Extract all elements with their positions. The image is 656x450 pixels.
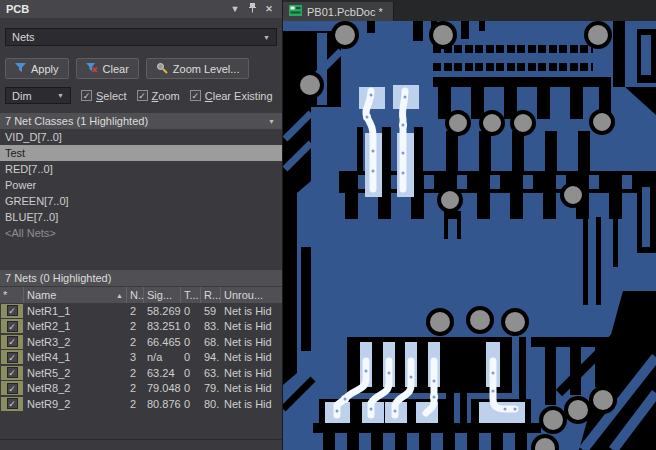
net-t: 0	[181, 336, 201, 348]
net-class-item[interactable]: RED[7..0]	[0, 161, 282, 177]
row-checkbox-cell[interactable]: ✓	[1, 335, 23, 349]
column-header-r[interactable]: R...	[201, 287, 221, 303]
close-icon[interactable]: ✕	[262, 4, 276, 14]
nets-table-header: * Name ▲ N.. Sig... T... R... Unrou...	[0, 287, 282, 303]
row-checkbox-cell[interactable]: ✓	[1, 366, 23, 380]
net-t: 0	[181, 382, 201, 394]
net-class-item[interactable]: Power	[0, 177, 282, 193]
checkbox-check-icon: ✓	[7, 367, 18, 378]
action-buttons: Apply Clear Zoom Level...	[5, 58, 282, 79]
net-class-item[interactable]: VID_D[7..0]	[0, 129, 282, 145]
select-checkbox[interactable]: ✓ Select	[81, 90, 127, 102]
panel-dropdown-icon[interactable]: ▼	[228, 4, 242, 14]
row-checkbox-cell[interactable]: ✓	[1, 350, 23, 364]
row-checkbox-cell[interactable]: ✓	[1, 381, 23, 395]
checkbox-check-icon: ✓	[7, 383, 18, 394]
nets-header-label: 7 Nets (0 Highlighted)	[5, 272, 111, 284]
name-column-label: Name	[27, 289, 56, 301]
chevron-down-icon: ▼	[263, 34, 270, 41]
row-checkbox-cell[interactable]: ✓	[1, 304, 23, 318]
panel-mode-select[interactable]: Nets ▼	[5, 28, 277, 46]
net-classes-header[interactable]: 7 Net Classes (1 Highlighted) ▼	[0, 113, 282, 129]
net-name: NetR4_1	[24, 351, 127, 363]
net-signal: n/a	[144, 351, 181, 363]
pcb-canvas[interactable]	[283, 21, 656, 450]
net-name: NetR5_2	[24, 367, 127, 379]
column-header-name[interactable]: Name ▲	[24, 287, 127, 303]
select-checkbox-label: Select	[96, 90, 127, 102]
table-row[interactable]: ✓ NetR8_2 2 79.048 0 79. Net is Hid	[0, 381, 282, 397]
sort-ascending-icon: ▲	[116, 292, 123, 299]
editor-area: PB01.PcbDoc *	[283, 0, 656, 450]
net-name: NetR2_1	[24, 320, 127, 332]
row-checkbox-cell[interactable]: ✓	[1, 397, 23, 411]
column-header-t[interactable]: T...	[181, 287, 201, 303]
net-class-item[interactable]: BLUE[7..0]	[0, 209, 282, 225]
checkbox-check-icon: ✓	[7, 305, 18, 316]
table-row[interactable]: ✓ NetR1_1 2 58.269 0 59 Net is Hid	[0, 303, 282, 319]
net-r: 63.	[201, 367, 221, 379]
column-header-star[interactable]: *	[0, 287, 24, 303]
pcb-panel: PCB ▼ ✕ Nets ▼ Apply Clear	[0, 0, 283, 450]
net-class-item-selected[interactable]: Test	[0, 145, 282, 161]
column-header-unrouted[interactable]: Unrou...	[221, 287, 282, 303]
net-r: 80.	[201, 398, 221, 410]
checkbox-check-icon: ✓	[190, 90, 201, 101]
net-nodes: 2	[127, 367, 144, 379]
net-unrouted: Net is Hid	[221, 351, 282, 363]
tab-pb01-pcbdoc[interactable]: PB01.PcbDoc *	[283, 2, 394, 21]
nets-table-body: ✓ NetR1_1 2 58.269 0 59 Net is Hid ✓ Net…	[0, 303, 282, 412]
apply-button[interactable]: Apply	[5, 58, 69, 79]
zoom-level-button[interactable]: Zoom Level...	[146, 58, 250, 79]
checkbox-check-icon: ✓	[81, 90, 92, 101]
net-signal: 66.465	[144, 336, 181, 348]
net-signal: 79.048	[144, 382, 181, 394]
net-unrouted: Net is Hid	[221, 367, 282, 379]
net-signal: 80.876	[144, 398, 181, 410]
clear-funnel-icon	[86, 63, 98, 75]
net-t: 0	[181, 351, 201, 363]
net-name: NetR8_2	[24, 382, 127, 394]
net-class-item[interactable]: GREEN[7..0]	[0, 193, 282, 209]
table-row[interactable]: ✓ NetR9_2 2 80.876 0 80. Net is Hid	[0, 396, 282, 412]
clear-button[interactable]: Clear	[76, 58, 139, 79]
net-name: NetR9_2	[24, 398, 127, 410]
chevron-down-icon: ▼	[57, 92, 64, 99]
table-row[interactable]: ✓ NetR2_1 2 83.251 0 83. Net is Hid	[0, 319, 282, 335]
net-class-item-all-nets[interactable]: <All Nets>	[0, 225, 282, 241]
checkbox-check-icon: ✓	[7, 352, 18, 363]
net-name: NetR1_1	[24, 305, 127, 317]
net-unrouted: Net is Hid	[221, 305, 282, 317]
pin-icon[interactable]	[245, 3, 259, 15]
zoom-checkbox[interactable]: ✓ Zoom	[137, 90, 180, 102]
dim-select[interactable]: Dim ▼	[5, 87, 71, 104]
table-empty-space	[0, 412, 282, 440]
row-checkbox-cell[interactable]: ✓	[1, 319, 23, 333]
checkbox-check-icon: ✓	[137, 90, 148, 101]
net-r: 59	[201, 305, 221, 317]
checkbox-check-icon: ✓	[7, 321, 18, 332]
magnifier-icon	[156, 62, 168, 76]
net-t: 0	[181, 305, 201, 317]
zoom-level-label: Zoom Level...	[173, 63, 240, 75]
net-classes-header-label: 7 Net Classes (1 Highlighted)	[5, 115, 148, 127]
apply-funnel-icon	[15, 63, 26, 75]
net-nodes: 2	[127, 336, 144, 348]
table-row[interactable]: ✓ NetR3_2 2 66.465 0 68. Net is Hid	[0, 334, 282, 350]
net-r: 83.	[201, 320, 221, 332]
panel-titlebar: PCB ▼ ✕	[0, 0, 282, 18]
net-signal: 83.251	[144, 320, 181, 332]
apply-label: Apply	[31, 63, 59, 75]
clear-existing-checkbox[interactable]: ✓ Clear Existing	[190, 90, 273, 102]
clear-existing-checkbox-label: Clear Existing	[205, 90, 273, 102]
net-unrouted: Net is Hid	[221, 320, 282, 332]
column-header-nodes[interactable]: N..	[127, 287, 144, 303]
net-r: 68.	[201, 336, 221, 348]
checkbox-check-icon: ✓	[7, 398, 18, 409]
table-row[interactable]: ✓ NetR4_1 3 n/a 0 94. Net is Hid	[0, 350, 282, 366]
tab-label: PB01.PcbDoc *	[307, 6, 383, 18]
column-header-signal[interactable]: Sig...	[144, 287, 181, 303]
table-row[interactable]: ✓ NetR5_2 2 63.24 0 63. Net is Hid	[0, 365, 282, 381]
document-tabbar: PB01.PcbDoc *	[283, 0, 656, 21]
nets-section-header: 7 Nets (0 Highlighted)	[0, 270, 282, 286]
